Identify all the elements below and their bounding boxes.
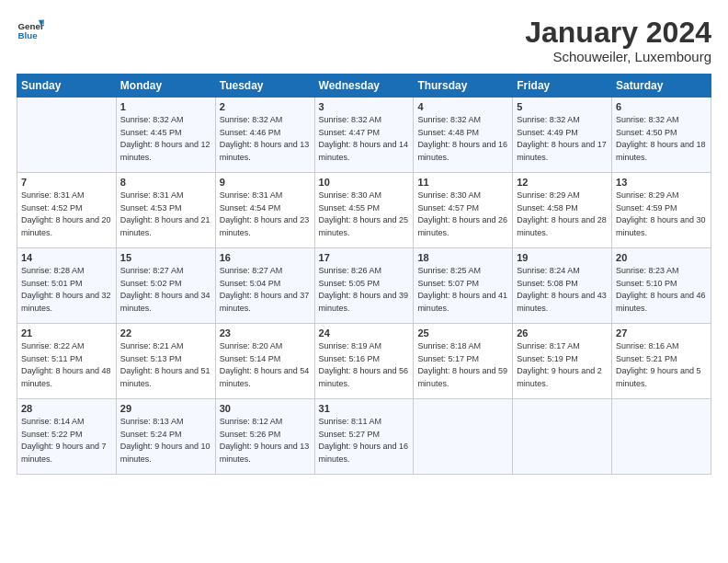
- week-row-2: 7Sunrise: 8:31 AMSunset: 4:52 PMDaylight…: [17, 173, 711, 248]
- day-info: Sunrise: 8:13 AMSunset: 5:24 PMDaylight:…: [120, 416, 211, 465]
- day-number: 8: [120, 177, 211, 188]
- day-info: Sunrise: 8:30 AMSunset: 4:55 PMDaylight:…: [319, 190, 410, 239]
- cell-w2-d2: 8Sunrise: 8:31 AMSunset: 4:53 PMDaylight…: [116, 173, 215, 248]
- day-number: 1: [120, 101, 211, 112]
- cell-w4-d5: 25Sunrise: 8:18 AMSunset: 5:17 PMDayligh…: [414, 324, 513, 399]
- day-info: Sunrise: 8:19 AMSunset: 5:16 PMDaylight:…: [319, 340, 410, 390]
- cell-w3-d7: 20Sunrise: 8:23 AMSunset: 5:10 PMDayligh…: [612, 248, 711, 324]
- cell-w1-d3: 2Sunrise: 8:32 AMSunset: 4:46 PMDaylight…: [215, 98, 314, 173]
- cell-w3-d4: 17Sunrise: 8:26 AMSunset: 5:05 PMDayligh…: [314, 248, 414, 324]
- day-number: 24: [319, 327, 410, 339]
- day-info: Sunrise: 8:24 AMSunset: 5:08 PMDaylight:…: [517, 265, 608, 315]
- day-info: Sunrise: 8:11 AMSunset: 5:27 PMDaylight:…: [319, 416, 410, 465]
- day-number: 21: [21, 327, 112, 339]
- day-number: 5: [517, 101, 608, 112]
- cell-w3-d1: 14Sunrise: 8:28 AMSunset: 5:01 PMDayligh…: [17, 248, 117, 324]
- cell-w3-d3: 16Sunrise: 8:27 AMSunset: 5:04 PMDayligh…: [215, 248, 314, 324]
- day-number: 14: [21, 252, 112, 263]
- day-info: Sunrise: 8:18 AMSunset: 5:17 PMDaylight:…: [417, 340, 508, 390]
- day-number: 23: [220, 327, 311, 339]
- day-info: Sunrise: 8:23 AMSunset: 5:10 PMDaylight:…: [616, 265, 707, 315]
- day-info: Sunrise: 8:16 AMSunset: 5:21 PMDaylight:…: [616, 340, 707, 390]
- cell-w5-d6: [513, 399, 612, 475]
- logo: General Blue: [17, 17, 44, 44]
- cell-w4-d7: 27Sunrise: 8:16 AMSunset: 5:21 PMDayligh…: [612, 324, 711, 399]
- day-number: 3: [319, 101, 410, 112]
- cell-w5-d4: 31Sunrise: 8:11 AMSunset: 5:27 PMDayligh…: [314, 399, 414, 475]
- day-number: 19: [517, 252, 608, 263]
- cell-w5-d3: 30Sunrise: 8:12 AMSunset: 5:26 PMDayligh…: [215, 399, 314, 475]
- day-info: Sunrise: 8:27 AMSunset: 5:02 PMDaylight:…: [120, 265, 211, 315]
- day-info: Sunrise: 8:17 AMSunset: 5:19 PMDaylight:…: [517, 340, 608, 390]
- cell-w2-d3: 9Sunrise: 8:31 AMSunset: 4:54 PMDaylight…: [215, 173, 314, 248]
- cell-w5-d7: [612, 399, 711, 475]
- day-info: Sunrise: 8:26 AMSunset: 5:05 PMDaylight:…: [319, 265, 410, 315]
- day-number: 12: [517, 177, 608, 188]
- day-number: 15: [120, 252, 211, 263]
- cell-w4-d1: 21Sunrise: 8:22 AMSunset: 5:11 PMDayligh…: [17, 324, 117, 399]
- header-row: General Blue January 2024 Schouweiler, L…: [17, 17, 711, 64]
- cell-w3-d5: 18Sunrise: 8:25 AMSunset: 5:07 PMDayligh…: [414, 248, 513, 324]
- day-number: 22: [120, 327, 211, 339]
- day-info: Sunrise: 8:32 AMSunset: 4:45 PMDaylight:…: [120, 114, 211, 164]
- cell-w2-d5: 11Sunrise: 8:30 AMSunset: 4:57 PMDayligh…: [414, 173, 513, 248]
- col-tuesday: Tuesday: [215, 75, 314, 98]
- day-number: 18: [417, 252, 508, 263]
- day-number: 10: [319, 177, 410, 188]
- day-info: Sunrise: 8:21 AMSunset: 5:13 PMDaylight:…: [120, 340, 211, 390]
- day-number: 20: [616, 252, 707, 263]
- title-block: January 2024 Schouweiler, Luxembourg: [525, 17, 711, 64]
- cell-w3-d6: 19Sunrise: 8:24 AMSunset: 5:08 PMDayligh…: [513, 248, 612, 324]
- cell-w1-d2: 1Sunrise: 8:32 AMSunset: 4:45 PMDaylight…: [116, 98, 215, 173]
- col-wednesday: Wednesday: [314, 75, 414, 98]
- day-number: 27: [616, 327, 707, 339]
- day-info: Sunrise: 8:28 AMSunset: 5:01 PMDaylight:…: [21, 265, 112, 315]
- day-info: Sunrise: 8:29 AMSunset: 4:59 PMDaylight:…: [616, 190, 707, 239]
- day-number: 26: [517, 327, 608, 339]
- day-info: Sunrise: 8:25 AMSunset: 5:07 PMDaylight:…: [417, 265, 508, 315]
- cell-w2-d1: 7Sunrise: 8:31 AMSunset: 4:52 PMDaylight…: [17, 173, 117, 248]
- day-info: Sunrise: 8:31 AMSunset: 4:54 PMDaylight:…: [220, 190, 311, 239]
- logo-icon: General Blue: [17, 17, 44, 44]
- day-number: 17: [319, 252, 410, 263]
- col-sunday: Sunday: [17, 75, 117, 98]
- day-info: Sunrise: 8:27 AMSunset: 5:04 PMDaylight:…: [220, 265, 311, 315]
- cell-w4-d2: 22Sunrise: 8:21 AMSunset: 5:13 PMDayligh…: [116, 324, 215, 399]
- week-row-3: 14Sunrise: 8:28 AMSunset: 5:01 PMDayligh…: [17, 248, 711, 324]
- day-number: 16: [220, 252, 311, 263]
- day-number: 7: [21, 177, 112, 188]
- cell-w3-d2: 15Sunrise: 8:27 AMSunset: 5:02 PMDayligh…: [116, 248, 215, 324]
- month-title: January 2024: [525, 17, 711, 49]
- day-info: Sunrise: 8:30 AMSunset: 4:57 PMDaylight:…: [417, 190, 508, 239]
- day-info: Sunrise: 8:32 AMSunset: 4:49 PMDaylight:…: [517, 114, 608, 164]
- cell-w1-d5: 4Sunrise: 8:32 AMSunset: 4:48 PMDaylight…: [414, 98, 513, 173]
- day-info: Sunrise: 8:22 AMSunset: 5:11 PMDaylight:…: [21, 340, 112, 390]
- col-thursday: Thursday: [414, 75, 513, 98]
- week-row-4: 21Sunrise: 8:22 AMSunset: 5:11 PMDayligh…: [17, 324, 711, 399]
- cell-w4-d4: 24Sunrise: 8:19 AMSunset: 5:16 PMDayligh…: [314, 324, 414, 399]
- calendar-table: Sunday Monday Tuesday Wednesday Thursday…: [17, 74, 711, 475]
- day-info: Sunrise: 8:32 AMSunset: 4:48 PMDaylight:…: [417, 114, 508, 164]
- cell-w1-d6: 5Sunrise: 8:32 AMSunset: 4:49 PMDaylight…: [513, 98, 612, 173]
- col-friday: Friday: [513, 75, 612, 98]
- day-info: Sunrise: 8:12 AMSunset: 5:26 PMDaylight:…: [220, 416, 311, 465]
- day-number: 28: [21, 403, 112, 414]
- cell-w2-d4: 10Sunrise: 8:30 AMSunset: 4:55 PMDayligh…: [314, 173, 414, 248]
- day-info: Sunrise: 8:20 AMSunset: 5:14 PMDaylight:…: [220, 340, 311, 390]
- day-number: 29: [120, 403, 211, 414]
- day-number: 25: [417, 327, 508, 339]
- day-number: 30: [220, 403, 311, 414]
- col-saturday: Saturday: [612, 75, 711, 98]
- page-container: General Blue January 2024 Schouweiler, L…: [0, 0, 728, 484]
- day-info: Sunrise: 8:32 AMSunset: 4:46 PMDaylight:…: [220, 114, 311, 164]
- day-number: 13: [616, 177, 707, 188]
- header-row-days: Sunday Monday Tuesday Wednesday Thursday…: [17, 75, 711, 98]
- cell-w2-d6: 12Sunrise: 8:29 AMSunset: 4:58 PMDayligh…: [513, 173, 612, 248]
- cell-w5-d5: [414, 399, 513, 475]
- day-number: 31: [319, 403, 410, 414]
- day-info: Sunrise: 8:32 AMSunset: 4:50 PMDaylight:…: [616, 114, 707, 164]
- day-info: Sunrise: 8:31 AMSunset: 4:53 PMDaylight:…: [120, 190, 211, 239]
- cell-w4-d3: 23Sunrise: 8:20 AMSunset: 5:14 PMDayligh…: [215, 324, 314, 399]
- week-row-5: 28Sunrise: 8:14 AMSunset: 5:22 PMDayligh…: [17, 399, 711, 475]
- cell-w4-d6: 26Sunrise: 8:17 AMSunset: 5:19 PMDayligh…: [513, 324, 612, 399]
